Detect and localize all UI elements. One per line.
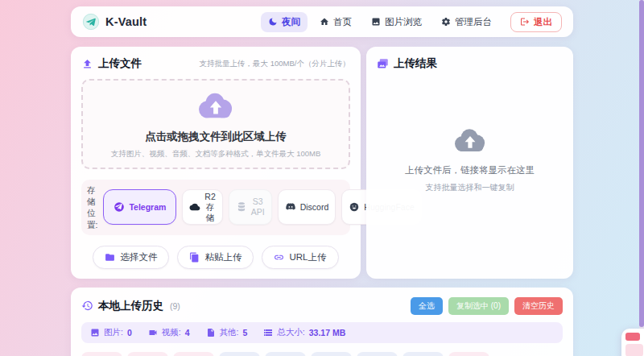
- storage-label: 存储位置:: [87, 184, 97, 230]
- top-navbar: K-Vault 夜间 首页 图片浏览 管理后台: [71, 6, 573, 37]
- storage-selector: 存储位置: Telegram R2 存储: [81, 180, 350, 235]
- logout-label: 退出: [534, 16, 552, 28]
- dropzone-title: 点击或拖拽文件到此区域上传: [145, 130, 287, 144]
- result-panel: 上传结果 上传文件后，链接将显示在这里 支持批量选择和一键复制: [366, 47, 573, 279]
- logout-button[interactable]: 退出: [510, 12, 562, 32]
- moon-icon: [268, 17, 278, 27]
- app-logo-icon: [82, 13, 100, 31]
- stat-label: 视频:: [162, 327, 181, 338]
- logout-icon: [520, 17, 530, 27]
- file-card[interactable]: MP3: [265, 352, 306, 356]
- stat-total-size: 总大小: 33.17 MB: [263, 327, 345, 338]
- file-card[interactable]: MP4: [448, 352, 489, 356]
- history-header: 本地上传历史 (9) 全选 复制选中 (0) 清空历史: [81, 297, 563, 315]
- admin-label: 管理后台: [455, 16, 492, 28]
- home-button[interactable]: 首页: [312, 12, 359, 32]
- cloud-gray-icon: [448, 126, 493, 156]
- paste-upload-label: 粘贴上传: [204, 251, 242, 263]
- floating-widget[interactable]: [621, 329, 644, 356]
- scrollbar-thumb[interactable]: [639, 0, 644, 327]
- video-icon: [148, 328, 158, 337]
- choose-file-label: 选择文件: [120, 251, 157, 263]
- stat-label: 图片:: [104, 327, 123, 338]
- stat-value: 5: [242, 328, 247, 337]
- upload-panel-title: 上传文件: [98, 56, 142, 71]
- result-empty-title: 上传文件后，链接将显示在这里: [405, 164, 535, 176]
- app-title: K-Vault: [105, 15, 147, 28]
- upload-panel-header: 上传文件 支持批量上传，最大 100MB/个（分片上传）: [81, 56, 350, 71]
- app-viewport: K-Vault 夜间 首页 图片浏览 管理后台: [0, 0, 644, 356]
- file-card[interactable]: MP3: [219, 352, 260, 356]
- choose-file-button[interactable]: 选择文件: [93, 246, 169, 269]
- image-icon: [371, 17, 381, 27]
- telegram-icon: [114, 201, 125, 213]
- storage-option-r2[interactable]: R2 存储: [182, 189, 222, 225]
- result-empty-state: 上传文件后，链接将显示在这里 支持批量选择和一键复制: [377, 71, 563, 269]
- cloud-upload-icon: [191, 89, 241, 123]
- stat-others: 其他: 5: [206, 327, 248, 338]
- file-card[interactable]: MP3: [357, 352, 398, 356]
- file-card[interactable]: MP4: [81, 352, 122, 356]
- file-dropzone[interactable]: 点击或拖拽文件到此区域上传 支持图片、视频、音频、文档等多种格式，单文件最大 1…: [81, 79, 350, 169]
- stat-videos: 视频: 4: [148, 327, 190, 338]
- storage-option-label: Discord: [300, 202, 329, 213]
- history-stats-bar: 图片: 0 视频: 4 其他: 5 总大小: 33.17 MB: [81, 322, 563, 343]
- upload-panel: 上传文件 支持批量上传，最大 100MB/个（分片上传） 点击或拖拽文件到此区域…: [71, 47, 361, 279]
- dropzone-subtitle: 支持图片、视频、音频、文档等多种格式，单文件最大 100MB: [111, 149, 321, 159]
- copy-selected-button[interactable]: 复制选中 (0): [448, 297, 509, 315]
- storage-option-telegram[interactable]: Telegram: [103, 189, 176, 225]
- file-card[interactable]: MP3: [402, 352, 444, 356]
- folder-icon: [105, 252, 115, 263]
- stat-value: 4: [185, 328, 190, 337]
- stat-value: 33.17 MB: [309, 328, 346, 337]
- main-row: 上传文件 支持批量上传，最大 100MB/个（分片上传） 点击或拖拽文件到此区域…: [71, 47, 573, 279]
- photo-stack-icon: [377, 58, 389, 70]
- database-icon: [236, 201, 247, 213]
- discord-icon: [285, 201, 296, 213]
- brand: K-Vault: [82, 13, 147, 31]
- image-icon: [90, 328, 100, 337]
- file-card[interactable]: MP4: [173, 352, 214, 356]
- result-panel-header: 上传结果: [377, 56, 563, 71]
- stat-label: 总大小:: [277, 327, 304, 338]
- history-panel: 本地上传历史 (9) 全选 复制选中 (0) 清空历史 图片: 0 视频: 4: [71, 288, 573, 356]
- scrollbar[interactable]: [639, 0, 644, 356]
- storage-option-label: S3 API: [251, 197, 265, 217]
- storage-option-discord[interactable]: Discord: [278, 189, 336, 225]
- url-upload-label: URL上传: [289, 251, 326, 263]
- history-icon: [81, 300, 93, 312]
- page: K-Vault 夜间 首页 图片浏览 管理后台: [71, 0, 573, 356]
- url-upload-button[interactable]: URL上传: [262, 246, 338, 269]
- history-actions: 全选 复制选中 (0) 清空历史: [411, 297, 563, 315]
- clear-history-button[interactable]: 清空历史: [514, 297, 563, 315]
- home-icon: [320, 17, 329, 27]
- huggingface-icon: [349, 201, 360, 213]
- image-browse-label: 图片浏览: [385, 16, 422, 28]
- floating-widget-bar: [625, 333, 640, 341]
- storage-option-s3[interactable]: S3 API: [229, 189, 272, 225]
- link-icon: [274, 252, 284, 263]
- storage-icon: [263, 328, 273, 337]
- file-card[interactable]: MP4: [127, 352, 168, 356]
- stat-value: 0: [127, 328, 132, 337]
- storage-option-label: Telegram: [129, 202, 166, 213]
- stat-images: 图片: 0: [90, 327, 132, 338]
- cloud-icon: [189, 201, 200, 213]
- history-title: 本地上传历史: [98, 299, 163, 313]
- gear-icon: [441, 17, 451, 27]
- admin-button[interactable]: 管理后台: [434, 12, 499, 32]
- stat-label: 其他:: [220, 327, 239, 338]
- select-all-button[interactable]: 全选: [411, 297, 443, 315]
- storage-option-label: R2 存储: [204, 192, 215, 223]
- paste-icon: [189, 252, 200, 263]
- upload-batch-hint: 支持批量上传，最大 100MB/个（分片上传）: [200, 59, 350, 69]
- night-mode-button[interactable]: 夜间: [261, 12, 308, 32]
- image-browse-button[interactable]: 图片浏览: [364, 12, 429, 32]
- paste-upload-button[interactable]: 粘贴上传: [177, 246, 254, 269]
- result-panel-title: 上传结果: [394, 56, 437, 71]
- nav: 夜间 首页 图片浏览 管理后台 退出: [261, 12, 562, 32]
- file-card[interactable]: MP3: [311, 352, 352, 356]
- result-empty-subtitle: 支持批量选择和一键复制: [426, 182, 514, 193]
- history-count: (9): [170, 301, 180, 311]
- night-mode-label: 夜间: [282, 16, 300, 28]
